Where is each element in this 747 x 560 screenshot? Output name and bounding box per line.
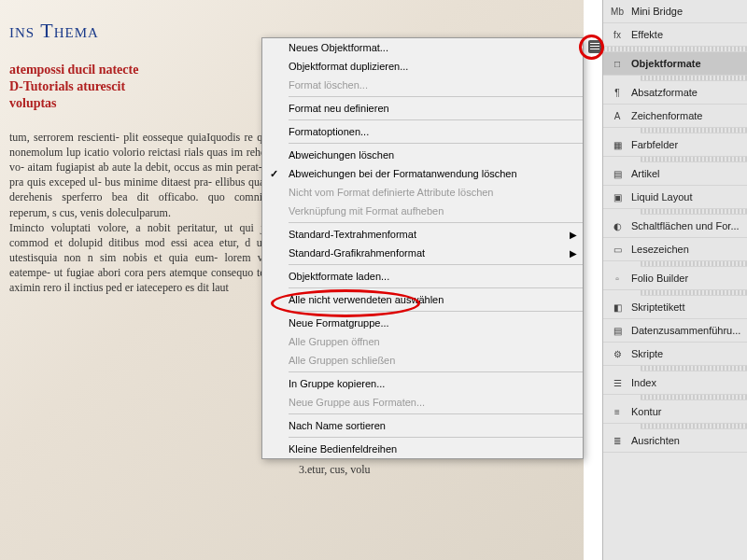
menu-separator xyxy=(289,311,583,312)
menu-item[interactable]: Abweichungen löschen xyxy=(262,146,583,164)
menu-item-label: Standard-Grafikrahmenformat xyxy=(289,247,425,259)
panel-tab[interactable]: ▣Liquid Layout xyxy=(603,186,747,209)
check-icon: ✓ xyxy=(270,168,278,180)
menu-separator xyxy=(289,287,583,288)
panel-label: Ausrichten xyxy=(631,435,680,446)
menu-item-label: Abweichungen bei der Formatanwendung lös… xyxy=(289,168,517,179)
panel-icon: □ xyxy=(609,57,626,70)
panel-label: Folio Builder xyxy=(631,273,688,284)
menu-item[interactable]: Format neu definieren xyxy=(262,99,583,118)
panel-label: Effekte xyxy=(631,29,663,40)
menu-item-label: Nicht vom Format definierte Attribute lö… xyxy=(289,187,493,198)
panel-tab[interactable]: ≣Ausrichten xyxy=(603,429,747,453)
object-styles-flyout-menu[interactable]: Neues Objektformat...Objektformat dupliz… xyxy=(261,37,584,459)
menu-item[interactable]: In Gruppe kopieren... xyxy=(262,374,583,393)
menu-item-label: Abweichungen löschen xyxy=(289,149,394,161)
panel-icon: ▤ xyxy=(609,167,626,180)
panel-label: Datenzusammenführu... xyxy=(631,325,740,336)
panel-tab[interactable]: □Objektformate xyxy=(603,52,747,76)
panel-tab[interactable]: AZeichenformate xyxy=(603,105,747,128)
panel-icon: ▭ xyxy=(609,243,626,256)
panel-icon: fx xyxy=(609,28,626,41)
menu-item[interactable]: Objektformat duplizieren... xyxy=(262,57,583,76)
panel-label: Zeichenformate xyxy=(631,110,702,121)
panel-label: Lesezeichen xyxy=(631,244,689,255)
panel-tab[interactable]: ≡Kontur xyxy=(603,400,747,424)
menu-separator xyxy=(289,96,583,97)
panel-flyout-button[interactable] xyxy=(588,40,601,53)
panel-tab[interactable]: ⚙Skripte xyxy=(603,343,747,366)
menu-item-label: Neue Gruppe aus Formaten... xyxy=(289,397,425,408)
panel-icon: A xyxy=(609,109,626,122)
panel-icon: ▤ xyxy=(609,324,626,337)
menu-item-label: Kleine Bedienfeldreihen xyxy=(289,443,397,455)
menu-item-label: Formatoptionen... xyxy=(289,126,369,137)
panel-icon: ⚙ xyxy=(609,347,626,360)
panel-label: Schaltflächen und For... xyxy=(631,220,740,231)
panel-label: Index xyxy=(631,377,656,388)
panel-label: Skriptetikett xyxy=(631,301,684,313)
menu-item[interactable]: Neues Objektformat... xyxy=(262,38,583,57)
panel-tab[interactable]: ¶Absatzformate xyxy=(603,81,747,105)
menu-item-label: Nach Name sortieren xyxy=(289,420,386,431)
menu-item-label: Alle Gruppen schließen xyxy=(289,355,395,366)
menu-item[interactable]: Kleine Bedienfeldreihen xyxy=(262,440,583,458)
panel-label: Artikel xyxy=(631,168,660,179)
panel-icon: ¶ xyxy=(609,86,626,99)
panel-tab[interactable]: MbMini Bridge xyxy=(603,0,747,23)
menu-item[interactable]: Formatoptionen... xyxy=(262,122,583,141)
menu-item-label: Objektformate laden... xyxy=(289,271,389,282)
submenu-arrow-icon: ▶ xyxy=(570,248,577,259)
panel-tab[interactable]: ▦Farbfelder xyxy=(603,133,747,157)
menu-item[interactable]: ✓Abweichungen bei der Formatanwendung lö… xyxy=(262,164,583,183)
panel-tab[interactable]: ▤Datenzusammenführu... xyxy=(603,319,747,343)
panel-tab[interactable]: ▤Artikel xyxy=(603,162,747,186)
panel-icon: ☰ xyxy=(609,376,626,389)
panel-label: Kontur xyxy=(631,406,661,417)
menu-item[interactable]: Neue Formatgruppe... xyxy=(262,314,583,332)
panel-label: Skripte xyxy=(631,348,663,359)
panel-icon: ◧ xyxy=(609,301,626,314)
menu-item[interactable]: Standard-Textrahmenformat▶ xyxy=(262,225,583,244)
menu-separator xyxy=(289,143,583,144)
menu-item-label: Alle Gruppen öffnen xyxy=(289,336,380,347)
panel-tab[interactable]: ☰Index xyxy=(603,371,747,395)
panel-tab[interactable]: ▭Lesezeichen xyxy=(603,238,747,261)
panel-tab[interactable]: fxEffekte xyxy=(603,23,747,47)
panel-tab[interactable]: ◧Skriptetikett xyxy=(603,296,747,319)
menu-item: Verknüpfung mit Format aufheben xyxy=(262,202,583,220)
menu-item[interactable]: Nach Name sortieren xyxy=(262,416,583,435)
menu-item[interactable]: Objektformate laden... xyxy=(262,267,583,286)
menu-separator xyxy=(289,119,583,120)
menu-separator xyxy=(289,413,583,414)
menu-item-label: Format löschen... xyxy=(289,79,368,91)
panel-tab[interactable]: ◐Schaltflächen und For... xyxy=(603,215,747,238)
panel-icon: ◐ xyxy=(609,219,626,232)
menu-item-label: Format neu definieren xyxy=(289,103,389,114)
menu-item: Neue Gruppe aus Formaten... xyxy=(262,393,583,412)
body-column-1: tum, serrorem rescienti- plit eosseque q… xyxy=(9,130,285,477)
panel-label: Absatzformate xyxy=(631,87,698,98)
menu-item: Alle Gruppen schließen xyxy=(262,351,583,370)
menu-separator xyxy=(289,222,583,223)
menu-item[interactable]: Alle nicht verwendeten auswählen xyxy=(262,290,583,309)
menu-item-label: In Gruppe kopieren... xyxy=(289,378,385,389)
menu-item-label: Standard-Textrahmenformat xyxy=(289,229,416,240)
panel-icon: Mb xyxy=(609,5,626,18)
panel-icon: ≣ xyxy=(609,434,626,447)
menu-item-label: Neue Formatgruppe... xyxy=(289,317,389,329)
menu-item-label: Verknüpfung mit Format aufheben xyxy=(289,205,444,217)
menu-separator xyxy=(289,371,583,372)
panel-icon: ≡ xyxy=(609,405,626,418)
panel-icon: ▣ xyxy=(609,190,626,203)
panel-label: Liquid Layout xyxy=(631,191,692,203)
panel-icon: ▦ xyxy=(609,138,626,151)
menu-item-label: Objektformat duplizieren... xyxy=(289,61,408,72)
panel-tab[interactable]: ▫Folio Builder xyxy=(603,267,747,290)
submenu-arrow-icon: ▶ xyxy=(570,230,577,240)
menu-separator xyxy=(289,264,583,265)
menu-separator xyxy=(289,437,583,438)
menu-item: Nicht vom Format definierte Attribute lö… xyxy=(262,183,583,202)
panel-dock: MbMini BridgefxEffekte□Objektformate¶Abs… xyxy=(602,0,747,560)
menu-item[interactable]: Standard-Grafikrahmenformat▶ xyxy=(262,244,583,262)
